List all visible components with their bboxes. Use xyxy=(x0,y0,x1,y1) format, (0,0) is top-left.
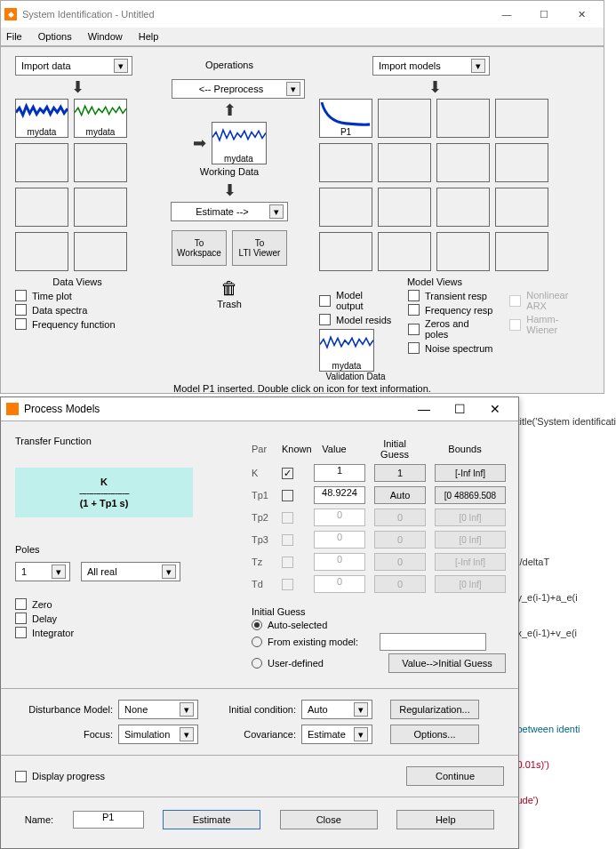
model-slot-empty[interactable] xyxy=(319,188,372,227)
transfer-function-display: K --------------------- (1 + Tp1 s) xyxy=(15,468,193,517)
init-cond-dropdown[interactable]: Auto▾ xyxy=(301,700,372,719)
delay-checkbox[interactable]: Delay xyxy=(15,613,225,624)
model-views-label: Model Views xyxy=(319,276,550,287)
close-button[interactable]: ✕ xyxy=(477,398,513,420)
value-input-k[interactable]: 1 xyxy=(314,464,365,482)
data-slot-2[interactable]: mydata xyxy=(74,99,127,138)
model-slot-empty[interactable] xyxy=(495,188,548,227)
model-slot-empty[interactable] xyxy=(378,188,431,227)
integrator-checkbox[interactable]: Integrator xyxy=(15,627,225,638)
col-value: Value xyxy=(308,444,360,454)
model-slot-empty[interactable] xyxy=(319,143,372,182)
model-slot-p1[interactable]: P1 xyxy=(319,99,372,138)
focus-dropdown[interactable]: Simulation▾ xyxy=(118,725,198,744)
poles-type-dropdown[interactable]: All real▾ xyxy=(81,562,180,581)
model-slot-empty[interactable] xyxy=(436,232,490,271)
ig-existing-radio[interactable]: From existing model: xyxy=(252,633,506,651)
data-slot-empty[interactable] xyxy=(15,143,68,182)
minimize-button[interactable]: — xyxy=(406,398,442,420)
value-input-tp1[interactable]: 48.9224 xyxy=(314,486,365,504)
data-slot-empty[interactable] xyxy=(15,188,68,227)
data-slot-empty[interactable] xyxy=(74,188,127,227)
frequency-function-checkbox[interactable]: Frequency function xyxy=(15,318,140,330)
data-spectra-checkbox[interactable]: Data spectra xyxy=(15,304,140,316)
col-initial-guess: Initial Guess xyxy=(369,438,420,460)
estimate-dropdown[interactable]: Estimate -->▾ xyxy=(171,202,288,221)
value-to-initial-guess-button[interactable]: Value-->Initial Guess xyxy=(388,653,506,673)
frequency-resp-checkbox[interactable]: Frequency resp xyxy=(408,304,493,316)
ig-user-radio[interactable]: User-defined Value-->Initial Guess xyxy=(252,653,506,673)
to-lti-viewer-button[interactable]: To LTI Viewer xyxy=(232,230,287,266)
model-slot-empty[interactable] xyxy=(436,99,490,138)
si-titlebar[interactable]: ◆ System Identification - Untitled — ☐ ✕ xyxy=(1,1,604,28)
options-button[interactable]: Options... xyxy=(390,725,479,744)
menu-file[interactable]: File xyxy=(6,31,22,42)
data-slot-empty[interactable] xyxy=(15,232,68,271)
continue-button[interactable]: Continue xyxy=(406,766,504,786)
col-par: Par xyxy=(252,444,273,454)
known-checkbox-k[interactable]: ✓ xyxy=(282,468,293,479)
working-data-slot[interactable]: mydata xyxy=(212,122,267,164)
model-slot-empty[interactable] xyxy=(378,143,431,182)
menu-window[interactable]: Window xyxy=(88,31,123,42)
disturbance-dropdown[interactable]: None▾ xyxy=(118,700,198,719)
maximize-button[interactable]: ☐ xyxy=(525,2,563,27)
data-slot-empty[interactable] xyxy=(74,143,127,182)
data-slot-empty[interactable] xyxy=(74,232,127,271)
model-slot-empty[interactable] xyxy=(378,232,431,271)
preprocess-dropdown[interactable]: <-- Preprocess▾ xyxy=(172,79,305,99)
model-resids-checkbox[interactable]: Model resids xyxy=(319,314,392,325)
param-row-tp2: Tp2 0 0 [0 Inf] xyxy=(252,509,506,526)
model-slot-empty[interactable] xyxy=(436,143,490,182)
model-slot-empty[interactable] xyxy=(378,99,431,138)
model-slot-empty[interactable] xyxy=(319,232,372,271)
minimize-button[interactable]: — xyxy=(488,2,525,27)
zeros-poles-checkbox[interactable]: Zeros and poles xyxy=(408,318,493,340)
operations-label: Operations xyxy=(154,60,305,70)
transfer-function-label: Transfer Function xyxy=(15,436,225,446)
model-slot-empty[interactable] xyxy=(495,143,548,182)
model-slot-empty[interactable] xyxy=(495,99,548,138)
to-workspace-button[interactable]: To Workspace xyxy=(172,230,227,266)
known-checkbox-tp1[interactable] xyxy=(282,490,293,501)
init-button-k[interactable]: 1 xyxy=(374,464,426,482)
down-arrow-icon: ⬇ xyxy=(319,77,550,97)
poles-count-dropdown[interactable]: 1▾ xyxy=(15,562,70,581)
model-output-checkbox[interactable]: Model output xyxy=(319,290,392,311)
model-slot-empty[interactable] xyxy=(495,232,548,271)
import-models-dropdown[interactable]: Import models▾ xyxy=(372,56,490,76)
display-progress-checkbox[interactable]: Display progress xyxy=(15,771,105,782)
chevron-down-icon: ▾ xyxy=(269,204,284,219)
maximize-button[interactable]: ☐ xyxy=(442,398,477,420)
data-slot-1[interactable]: mydata xyxy=(15,99,68,138)
ig-existing-input[interactable] xyxy=(380,633,486,651)
regularization-button[interactable]: Regularization... xyxy=(390,700,479,719)
menu-help[interactable]: Help xyxy=(139,31,159,42)
time-plot-checkbox[interactable]: Time plot xyxy=(15,290,140,301)
help-button[interactable]: Help xyxy=(396,810,494,829)
bounds-button-k[interactable]: [-Inf Inf] xyxy=(435,464,506,482)
transient-resp-checkbox[interactable]: Transient resp xyxy=(408,290,493,301)
ig-auto-radio[interactable]: Auto-selected xyxy=(252,620,506,630)
covariance-dropdown[interactable]: Estimate▾ xyxy=(301,725,372,744)
model-slot-empty[interactable] xyxy=(436,188,490,227)
menu-options[interactable]: Options xyxy=(38,31,72,42)
trash-icon[interactable]: 🗑 xyxy=(154,278,305,299)
param-row-k: K ✓ 1 1 [-Inf Inf] xyxy=(252,464,506,482)
right-arrow-icon: ➡ xyxy=(193,133,206,153)
close-button[interactable]: ✕ xyxy=(563,2,600,27)
name-input[interactable]: P1 xyxy=(73,811,144,829)
zero-checkbox[interactable]: Zero xyxy=(15,598,225,610)
close-button[interactable]: Close xyxy=(280,810,378,829)
chevron-down-icon: ▾ xyxy=(471,59,485,73)
import-data-dropdown[interactable]: Import data ▾ xyxy=(15,56,132,76)
estimate-button[interactable]: Estimate xyxy=(163,810,260,829)
hamm-wiener-checkbox: Hamm-Wiener xyxy=(509,314,589,335)
init-button-tp1[interactable]: Auto xyxy=(374,486,426,504)
pm-titlebar[interactable]: Process Models — ☐ ✕ xyxy=(1,397,518,420)
bounds-button-tp1[interactable]: [0 48869.508 xyxy=(435,486,506,504)
trash-label: Trash xyxy=(154,299,305,309)
noise-spectrum-checkbox[interactable]: Noise spectrum xyxy=(408,342,493,354)
param-row-tz: Tz 0 0 [-Inf Inf] xyxy=(252,553,506,571)
validation-data-slot[interactable]: mydata xyxy=(319,329,374,372)
